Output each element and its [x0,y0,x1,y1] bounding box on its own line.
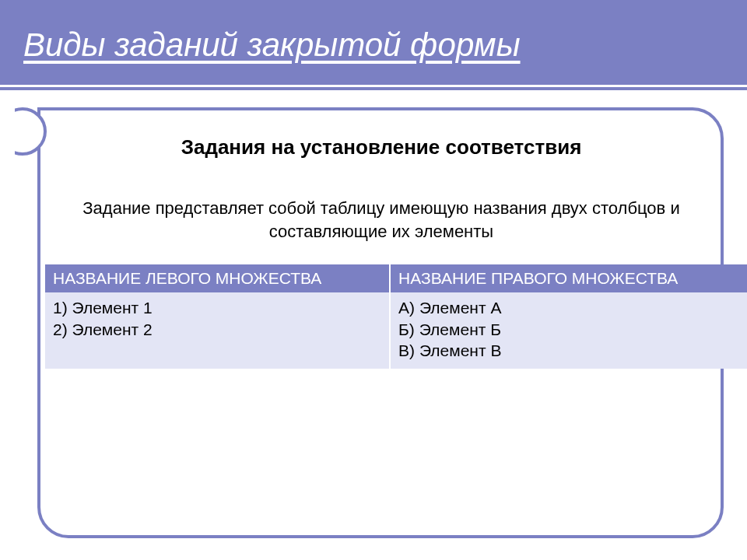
table-cell-right: А) Элемент А Б) Элемент Б В) Элемент В [390,292,747,369]
frame-bullet-circle [0,107,47,156]
list-item: 2) Элемент 2 [53,319,381,340]
table-cell-left: 1) Элемент 1 2) Элемент 2 [45,292,390,369]
content-area: Задания на установление соответствия Зад… [47,121,716,529]
list-item: Б) Элемент Б [398,319,740,340]
table-header-row: НАЗВАНИЕ ЛЕВОГО МНОЖЕСТВА НАЗВАНИЕ ПРАВО… [45,264,747,292]
slide-header: Виды заданий закрытой формы [0,0,747,90]
list-item: 1) Элемент 1 [53,297,381,318]
table-header-left: НАЗВАНИЕ ЛЕВОГО МНОЖЕСТВА [45,264,390,292]
table-header-right: НАЗВАНИЕ ПРАВОГО МНОЖЕСТВА [390,264,747,292]
matching-table: НАЗВАНИЕ ЛЕВОГО МНОЖЕСТВА НАЗВАНИЕ ПРАВО… [45,264,747,369]
content-description: Задание представляет собой таблицу имеющ… [47,197,716,243]
slide-body: Задания на установление соответствия Зад… [0,90,747,560]
header-underline [0,85,747,87]
table-row: 1) Элемент 1 2) Элемент 2 А) Элемент А Б… [45,292,747,369]
list-item: А) Элемент А [398,297,740,318]
list-item: В) Элемент В [398,340,740,361]
content-subtitle: Задания на установление соответствия [47,135,716,159]
slide-title: Виды заданий закрытой формы [23,26,521,64]
